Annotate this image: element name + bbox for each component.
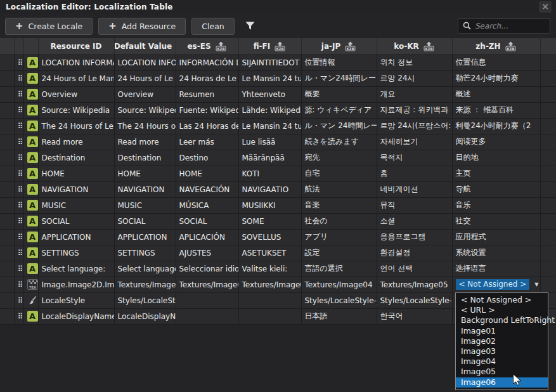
table-cell[interactable]: APPLICATION <box>114 229 176 245</box>
table-cell[interactable]: Yhteenveto <box>238 86 301 102</box>
table-cell[interactable]: 勒芒24小时耐力赛 <box>452 70 540 86</box>
drag-handle-icon[interactable]: ⠿ <box>14 70 23 86</box>
table-cell[interactable]: SOCIAL <box>176 213 238 229</box>
table-cell[interactable]: NAVEGACIÓN <box>176 181 238 197</box>
column-header-default-value[interactable]: Default Value KZB <box>114 38 176 55</box>
column-header-fi-fi[interactable]: fi-FI KZB <box>238 38 301 55</box>
drag-handle-icon[interactable]: ⠿ <box>14 213 23 229</box>
table-cell[interactable]: SOVELLUS <box>238 229 301 245</box>
table-cell[interactable]: HOME <box>176 166 238 181</box>
table-cell[interactable]: Textures/Image02 <box>176 277 238 292</box>
table-cell[interactable]: 続きを読みます <box>301 134 377 150</box>
table-cell[interactable]: Destino <box>176 150 238 166</box>
kzb-export-icon[interactable]: KZB <box>274 41 286 51</box>
create-locale-button[interactable]: + Create Locale <box>5 18 93 35</box>
column-header-es-es[interactable]: es-ES KZB <box>176 38 238 55</box>
table-cell[interactable]: Image.Image2D.Imag <box>38 277 114 292</box>
table-cell[interactable]: NAVIGATION <box>38 181 114 197</box>
table-cell[interactable]: SOCIAL <box>114 213 176 229</box>
drag-handle-icon[interactable]: ⠿ <box>14 102 23 118</box>
table-cell[interactable]: 目的地 <box>452 150 540 166</box>
kzb-export-icon[interactable]: KZB <box>344 41 356 51</box>
table-cell[interactable]: SETTINGS <box>38 245 114 261</box>
drag-handle-icon[interactable]: ⠿ <box>14 166 23 181</box>
table-cell[interactable]: Textures/Image01 <box>114 277 176 292</box>
drag-handle-icon[interactable]: ⠿ <box>14 308 23 324</box>
table-cell[interactable]: The 24 Hours of L <box>114 118 176 134</box>
column-header-resource-id[interactable]: Resource ID <box>38 38 114 55</box>
table-cell[interactable]: 환경설정 <box>377 245 452 261</box>
dropdown-cell[interactable]: < Not Assigned >▼ <box>452 277 540 292</box>
drag-handle-icon[interactable]: ⠿ <box>14 118 23 134</box>
table-cell[interactable]: 来源 ： 维基百科 <box>452 102 540 118</box>
table-cell[interactable]: 개요 <box>377 86 452 102</box>
table-cell[interactable]: Source: Wikipedia <box>114 102 176 118</box>
table-cell[interactable]: Select language: <box>114 261 176 277</box>
table-cell[interactable]: Styles/LocaleStyle <box>114 292 176 308</box>
table-cell[interactable]: 概要 <box>301 86 377 102</box>
table-cell[interactable]: Select language: <box>38 261 114 277</box>
table-cell[interactable]: Las 24 Horas de L <box>176 118 238 134</box>
table-cell[interactable]: 阅读更多 <box>452 134 540 150</box>
clean-button[interactable]: Clean <box>191 18 234 35</box>
table-cell[interactable]: Lue lisää <box>238 134 301 150</box>
dropdown-item[interactable]: < URL > <box>456 305 548 315</box>
close-icon[interactable]: × <box>539 1 552 13</box>
table-cell[interactable]: Seleccionar idiom <box>176 261 238 277</box>
dropdown-item[interactable]: Image01 <box>456 326 548 336</box>
table-cell[interactable]: Määränpää <box>238 150 301 166</box>
table-cell[interactable]: KOTI <box>238 166 301 181</box>
drag-handle-icon[interactable]: ⠿ <box>14 150 23 166</box>
drag-handle-icon[interactable]: ⠿ <box>14 245 23 261</box>
table-cell[interactable]: INFORMACIÓN D <box>176 55 238 70</box>
table-cell[interactable]: 位置情報 <box>301 55 377 70</box>
dropdown-item[interactable]: Image06 <box>456 377 548 388</box>
table-cell[interactable]: HOME <box>114 166 176 181</box>
table-cell[interactable]: LOCATION INFOR <box>114 55 176 70</box>
table-cell[interactable]: 航法 <box>301 181 377 197</box>
table-cell[interactable]: 自宅 <box>301 166 377 181</box>
empty-cell[interactable] <box>238 308 301 324</box>
kzb-export-icon[interactable]: KZB <box>423 41 435 51</box>
table-cell[interactable]: 24 Hours of Le Ma <box>114 70 176 86</box>
table-cell[interactable]: 主页 <box>452 166 540 181</box>
drag-handle-icon[interactable]: ⠿ <box>14 277 23 292</box>
table-cell[interactable]: 宛先 <box>301 150 377 166</box>
table-cell[interactable]: 日本語 <box>301 308 377 324</box>
table-cell[interactable]: 应用程式 <box>452 229 540 245</box>
table-cell[interactable]: 社会の <box>301 213 377 229</box>
table-cell[interactable]: 소셜 <box>377 213 452 229</box>
filter-icon[interactable] <box>245 21 255 31</box>
drag-handle-icon[interactable]: ⠿ <box>14 261 23 277</box>
empty-cell[interactable] <box>238 292 301 308</box>
table-cell[interactable]: 設定 <box>301 245 377 261</box>
table-cell[interactable]: Destination <box>38 150 114 166</box>
drag-handle-icon[interactable]: ⠿ <box>14 181 23 197</box>
table-cell[interactable]: Le Mansin 24 tunn <box>238 70 301 86</box>
table-cell[interactable]: ル・マン24時間レース <box>301 70 377 86</box>
dropdown-selected-value[interactable]: < Not Assigned > <box>456 279 530 290</box>
table-cell[interactable]: The 24 Hours of Le M <box>38 118 114 134</box>
table-cell[interactable]: 언어 선택 <box>377 261 452 277</box>
drag-handle-icon[interactable]: ⠿ <box>14 197 23 213</box>
table-cell[interactable]: Lähde: Wikipedia <box>238 102 301 118</box>
table-cell[interactable]: 言語の選択 <box>301 261 377 277</box>
table-cell[interactable]: MUSIC <box>114 197 176 213</box>
column-header-zh-zh[interactable]: zh-ZH KZB <box>452 38 540 55</box>
dropdown-item[interactable]: Image03 <box>456 346 548 356</box>
table-cell[interactable]: Textures/Image05 <box>377 277 452 292</box>
table-cell[interactable]: 系统设置 <box>452 245 540 261</box>
table-cell[interactable]: Overview <box>114 86 176 102</box>
table-cell[interactable]: アプリ <box>301 229 377 245</box>
table-cell[interactable]: 概述 <box>452 86 540 102</box>
column-header-ja-jp[interactable]: ja-JP KZB <box>301 38 377 55</box>
table-cell[interactable]: Read more <box>114 134 176 150</box>
search-input[interactable] <box>475 22 545 30</box>
table-cell[interactable]: 导航 <box>452 181 540 197</box>
table-cell[interactable]: 위치 정보 <box>377 55 452 70</box>
table-cell[interactable]: Valitse kieli: <box>238 261 301 277</box>
table-cell[interactable]: ASETUKSET <box>238 245 301 261</box>
table-cell[interactable]: 네비게이션 <box>377 181 452 197</box>
table-cell[interactable]: 르망 24시 <box>377 70 452 86</box>
table-cell[interactable]: 홈 <box>377 166 452 181</box>
